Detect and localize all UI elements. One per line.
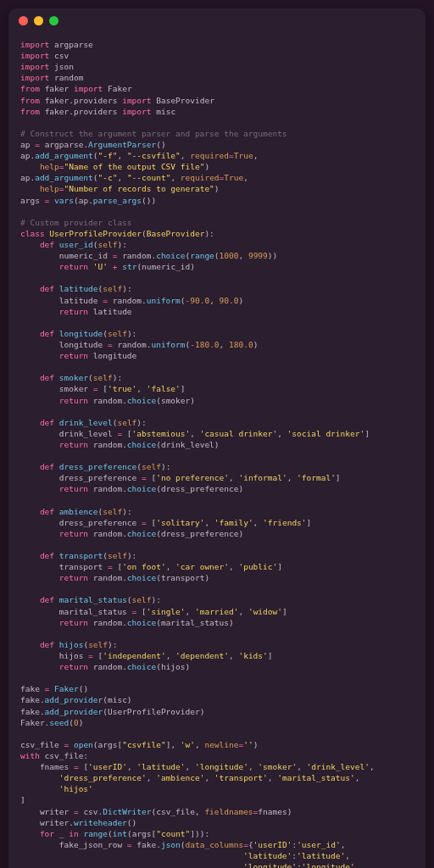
str: 'dependent' (175, 651, 229, 660)
keyword: import (20, 51, 49, 60)
text: argparse. (40, 140, 88, 149)
text: (hijos) (156, 662, 190, 671)
text (20, 851, 243, 860)
num: 90.0 (220, 296, 239, 305)
text: , (195, 740, 204, 749)
arg: help (40, 162, 59, 171)
str: "-c" (98, 173, 118, 182)
keyword: return (59, 262, 88, 271)
text: [ (147, 518, 156, 527)
arg: required (190, 151, 229, 160)
str: 'userID' (253, 840, 292, 849)
text: , (147, 773, 156, 782)
fn-name: dress_preference (54, 462, 136, 471)
self: self (98, 240, 118, 249)
text: ] (277, 562, 282, 571)
text: [ (122, 429, 131, 438)
self: self (108, 329, 127, 338)
text: ) (79, 718, 84, 727)
text: [ (136, 607, 146, 616)
code-editor[interactable]: import argparse import csv import json i… (8, 32, 426, 868)
str: 'informal' (238, 473, 287, 482)
arg: newline (204, 740, 238, 749)
text: ] (20, 795, 25, 804)
fn: choice (127, 484, 156, 493)
fn: choice (127, 396, 156, 405)
text: ] (268, 651, 273, 660)
str: 'friends' (263, 518, 306, 527)
keyword: from (20, 96, 40, 105)
text: ): (113, 373, 122, 382)
text: ) (204, 162, 209, 171)
module: csv (54, 51, 69, 60)
text: ] (307, 518, 312, 527)
keyword: def (40, 595, 54, 604)
keyword: def (40, 418, 54, 427)
module: faker.providers (45, 107, 118, 116)
text: dress_preference (20, 473, 142, 482)
keyword: def (40, 284, 54, 293)
text: ] (364, 429, 370, 438)
fn: seed (49, 718, 69, 727)
text: (dress_preference) (156, 484, 243, 493)
str: "csvfile" (122, 740, 165, 749)
text: [ (93, 651, 103, 660)
module: argparse (54, 40, 93, 49)
str: 'on foot' (122, 562, 165, 571)
text: ): (127, 329, 136, 338)
maximize-icon[interactable] (49, 16, 58, 25)
text: random. (88, 440, 127, 449)
keyword: from (20, 107, 40, 116)
self: self (132, 595, 152, 604)
text: , (229, 473, 238, 482)
base-class: BaseProvider (147, 229, 205, 238)
module: misc (156, 107, 175, 116)
self: self (142, 462, 161, 471)
fn: add_provider (45, 707, 103, 716)
text: random. (88, 529, 127, 538)
arg: required (181, 173, 220, 182)
keyword: return (59, 662, 88, 671)
text: csv_file: (40, 751, 88, 760)
fn: vars (54, 196, 74, 205)
keyword: return (59, 618, 88, 627)
module: faker (45, 84, 70, 93)
text: , (220, 340, 229, 349)
text: , (268, 773, 277, 782)
fn: choice (127, 440, 156, 449)
str: 'longitude' (195, 762, 248, 771)
text: fnames (20, 762, 74, 771)
text: Faker. (20, 718, 49, 727)
text: , (238, 251, 248, 260)
str: 'marital_status' (277, 773, 355, 782)
text: , (166, 562, 175, 571)
text: latitude (20, 296, 103, 305)
str: 'true' (108, 384, 136, 393)
fn-name: marital_status (54, 595, 127, 604)
text: ap. (20, 173, 35, 182)
text: random. (113, 340, 152, 349)
text (20, 784, 59, 793)
str: 'dress_preference' (59, 773, 147, 782)
arg: fieldnames (204, 807, 253, 816)
text (20, 184, 40, 193)
text: (args[ (93, 740, 122, 749)
text: random. (108, 296, 147, 305)
close-icon[interactable] (19, 16, 28, 25)
text: , (204, 773, 214, 782)
text: , (166, 651, 175, 660)
text: , (297, 762, 306, 771)
text (20, 862, 243, 868)
keyword: return (59, 396, 88, 405)
str: 'drink_level' (307, 762, 370, 771)
str: 'ambience' (156, 773, 204, 782)
str: "Name of the output CSV file" (64, 162, 205, 171)
terminal-window: import argparse import csv import json i… (8, 8, 426, 868)
fn-name: drink_level (54, 418, 113, 427)
text: ap. (20, 151, 35, 160)
keyword: return (59, 529, 88, 538)
text: ): (108, 640, 117, 649)
text: ()) (142, 196, 156, 205)
module: random (54, 73, 83, 82)
minimize-icon[interactable] (34, 16, 43, 25)
